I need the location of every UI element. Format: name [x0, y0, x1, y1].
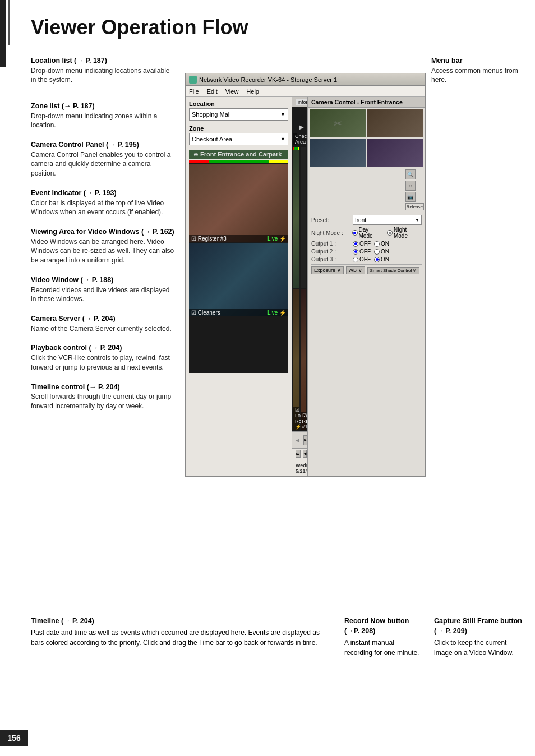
day-mode-radio-btn[interactable]	[352, 230, 358, 236]
annotation-camera-server-text: Name of the Camera Server currently sele…	[31, 324, 177, 334]
vk-body: Location Shopping Mall ▼ Zone Checkout A…	[186, 97, 425, 476]
page-title: Viewer Operation Flow	[31, 16, 248, 39]
video-label-lounge: ☑ Lounge Room ⚡	[293, 407, 299, 430]
video-status-register3: Live ⚡	[268, 236, 286, 242]
preset-value: front	[355, 217, 366, 223]
cam-icon-3[interactable]: 📷	[405, 192, 416, 202]
output2-on-btn[interactable]	[374, 249, 380, 255]
vk-titlebar-text: Network Video Recorder VK-64 - Storage S…	[199, 76, 337, 83]
output1-on-label: ON	[381, 241, 389, 247]
annotation-viewing-area: Viewing Area for Video Windows (→ P. 162…	[31, 227, 177, 265]
release-btn[interactable]: Release	[405, 203, 424, 210]
preset-field[interactable]: front ▼	[353, 215, 422, 225]
menu-view[interactable]: View	[225, 88, 239, 95]
menu-edit[interactable]: Edit	[207, 88, 218, 95]
output3-off-btn[interactable]	[353, 257, 358, 262]
scroll-right-icon: ▶	[299, 124, 304, 130]
night-mode-radio-group: Day Mode Night Mode	[352, 227, 422, 239]
timeline-controls-row: ⏮ ◀ ▶ 0750 0800 0810 0820 0830 0840 0850…	[292, 449, 307, 459]
video-label-cleaners: ☑ Cleaners Live ⚡	[189, 309, 288, 316]
zone-dropdown-arrow: ▼	[280, 136, 285, 142]
exposure-row: Exposure ∨ WB ∨ Smart Shade Control ∨	[311, 264, 422, 274]
video-window-register3: ☑ Register #3 Live ⚡	[189, 164, 288, 242]
video-label-cleaners-text: ☑ Cleaners	[191, 310, 220, 316]
collapse-icon[interactable]: ⊖	[193, 151, 198, 158]
video-status-cleaners: Live ⚡	[268, 310, 286, 316]
output3-on-radio[interactable]: ON	[374, 256, 389, 262]
output1-label: Output 1 :	[311, 241, 350, 247]
left-annotations-column: Location list (→ P. 187) Drop-down menu …	[0, 56, 185, 610]
night-mode-label: Night Mode :	[311, 230, 350, 236]
video-thumb-checkout-label: Checkout Area	[293, 133, 297, 145]
timeline-date: Wednesday 5/21/2008	[296, 463, 307, 474]
annotation-camera-server: Camera Server (→ P. 204) Name of the Cam…	[31, 314, 177, 333]
annotation-menu-bar-text: Access common menus from here.	[431, 66, 529, 85]
annotation-timeline-control-text: Scroll forwards through the current day …	[31, 392, 177, 411]
checkout-strip: informat... Register... Register... Leve…	[292, 97, 307, 107]
video-label-register3: ☑ Register #3 Live ⚡	[189, 235, 288, 242]
zone-label: Zone	[189, 125, 288, 132]
output1-off-radio[interactable]: OFF	[353, 241, 371, 247]
cam-icon-1[interactable]: 🔍	[405, 169, 416, 179]
annotation-video-window: Video Window (→ P. 188) Recorded videos …	[31, 275, 177, 304]
cam-thumb-2	[367, 109, 424, 137]
output2-off-radio[interactable]: OFF	[353, 248, 371, 255]
vk-titlebar-icon	[189, 76, 197, 84]
output2-off-btn[interactable]	[353, 249, 358, 255]
btn-rewind2[interactable]: ⏮	[303, 435, 307, 445]
output2-on-radio[interactable]: ON	[374, 248, 389, 255]
menu-file[interactable]: File	[189, 88, 199, 95]
preset-arrow: ▼	[415, 218, 419, 223]
timeline-btn-1[interactable]: ⏮	[296, 450, 301, 458]
event-indicator-bar	[189, 160, 288, 163]
output1-off-btn[interactable]	[353, 241, 358, 247]
cam-icon-spacer	[309, 169, 404, 210]
annotation-zone-list-text: Drop-down menu indicating zones within a…	[31, 112, 177, 131]
video-register1: ☑ Register #1	[301, 289, 307, 430]
bottom-text-record-now: A instant manual recording for one minut…	[344, 638, 423, 658]
day-mode-radio[interactable]: Day Mode	[352, 227, 384, 239]
location-field-group: Location Shopping Mall ▼	[189, 100, 288, 121]
page-number: 156	[0, 730, 28, 746]
cam-icons-col: 🔍 ↔ 📷 Release	[405, 169, 424, 210]
output1-on-btn[interactable]	[374, 241, 380, 247]
cam-thumb-4	[367, 139, 424, 167]
vk-menubar: File Edit View Help	[186, 86, 425, 97]
center-video-area: informat... Register... Register... Leve…	[292, 97, 307, 476]
wb-btn[interactable]: WB ∨	[346, 266, 365, 274]
cam-icon-2[interactable]: ↔	[405, 181, 416, 191]
location-dropdown[interactable]: Shopping Mall ▼	[189, 108, 288, 121]
output3-on-btn[interactable]	[374, 257, 380, 262]
annotation-camera-control-title: Camera Control Panel (→ P. 195)	[31, 140, 177, 150]
annotation-viewing-area-title: Viewing Area for Video Windows (→ P. 162…	[31, 227, 177, 237]
event-bar-entrance	[293, 147, 299, 150]
annotation-timeline-control: Timeline control (→ P. 204) Scroll forwa…	[31, 382, 177, 411]
night-mode-radio-btn[interactable]	[387, 230, 393, 236]
zone-dropdown[interactable]: Checkout Area ▼	[189, 133, 288, 145]
smart-shade-btn[interactable]: Smart Shade Control ∨	[367, 267, 419, 274]
output2-off-label: OFF	[359, 248, 371, 255]
checkout-strip-informat[interactable]: informat...	[296, 99, 307, 105]
main-layout: Location list (→ P. 187) Drop-down menu …	[0, 56, 535, 610]
bottom-title-record-now: Record Now button (→P. 208)	[344, 616, 423, 636]
output3-label: Output 3 :	[311, 256, 350, 262]
annotation-playback-title: Playback control (→ P. 204)	[31, 343, 177, 353]
output1-on-radio[interactable]: ON	[374, 241, 389, 247]
annotation-menu-bar-title: Menu bar	[431, 56, 529, 66]
annotation-zone-list-title: Zone list (→ P. 187)	[31, 102, 177, 112]
output3-off-label: OFF	[359, 256, 371, 262]
output3-off-radio[interactable]: OFF	[353, 256, 371, 262]
annotation-location-list: Location list (→ P. 187) Drop-down menu …	[31, 56, 177, 85]
output1-off-label: OFF	[359, 241, 371, 247]
bottom-annotations-row: Timeline (→ P. 204) Past date and time a…	[0, 610, 535, 756]
annotation-timeline-control-title: Timeline control (→ P. 204)	[31, 382, 177, 393]
night-mode-radio[interactable]: Night Mode	[387, 227, 422, 239]
bottom-annotation-capture-still: Capture Still Frame button (→ P. 209) Cl…	[434, 616, 524, 722]
timeline-btn-2[interactable]: ◀	[303, 450, 307, 458]
annotation-event-indicator-text: Color bar is displayed at the top of liv…	[31, 199, 177, 218]
exposure-btn[interactable]: Exposure ∨	[311, 266, 344, 274]
day-mode-label: Day Mode	[359, 227, 384, 239]
cam-settings-body: Preset: front ▼ Night Mode :	[308, 213, 425, 276]
menu-help[interactable]: Help	[246, 88, 259, 95]
exposure-label: Exposure	[314, 268, 335, 273]
